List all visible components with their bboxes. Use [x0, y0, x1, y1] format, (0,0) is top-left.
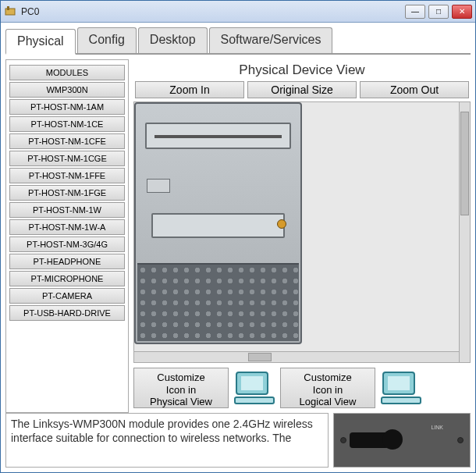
svg-rect-1: [7, 6, 9, 10]
svg-rect-4: [235, 397, 274, 404]
vent-grille-icon: [137, 263, 299, 341]
power-led-icon: [277, 219, 286, 229]
pc-tower-icon[interactable]: [134, 102, 302, 344]
module-item[interactable]: PT-HOST-NM-3G/4G: [9, 236, 125, 252]
tab-desktop[interactable]: Desktop: [138, 27, 208, 53]
module-item[interactable]: PT-HOST-NM-1W: [9, 202, 125, 218]
screw-hole-icon: [340, 437, 346, 443]
zoom-out-button[interactable]: Zoom Out: [360, 81, 469, 98]
tab-physical[interactable]: Physical: [5, 29, 76, 55]
horizontal-scrollbar[interactable]: [134, 351, 459, 362]
monitor-icon: [233, 369, 275, 407]
module-preview[interactable]: LINK: [333, 413, 471, 468]
antenna-connector-icon: [350, 432, 389, 448]
tab-software[interactable]: Software/Services: [209, 27, 333, 53]
module-item[interactable]: PT-HOST-NM-1CGE: [9, 151, 125, 166]
minimize-button[interactable]: —: [405, 5, 425, 19]
close-button[interactable]: ✕: [452, 5, 472, 19]
module-item[interactable]: PT-CAMERA: [9, 288, 125, 304]
modules-header[interactable]: MODULES: [9, 65, 125, 80]
device-canvas[interactable]: [134, 102, 459, 362]
tab-bar: Physical Config Desktop Software/Service…: [5, 27, 471, 55]
screw-hole-icon: [457, 437, 464, 443]
module-description[interactable]: The Linksys-WMP300N module provides one …: [5, 413, 329, 468]
window-title: PC0: [21, 6, 402, 17]
module-item[interactable]: PT-HOST-NM-1FGE: [9, 185, 125, 201]
vertical-scrollbar[interactable]: [459, 102, 470, 362]
module-item[interactable]: PT-HOST-NM-1AM: [9, 99, 125, 115]
module-item[interactable]: PT-HOST-NM-1CFE: [9, 133, 125, 149]
svg-rect-0: [5, 9, 15, 15]
tab-config[interactable]: Config: [77, 27, 137, 53]
optical-drive-icon: [145, 123, 291, 149]
customize-row: Customize Icon in Physical View Customiz…: [133, 363, 471, 413]
module-item[interactable]: PT-HOST-NM-1W-A: [9, 219, 125, 235]
client-area: Physical Config Desktop Software/Service…: [1, 23, 475, 472]
maximize-button[interactable]: □: [428, 5, 449, 19]
module-item[interactable]: PT-USB-HARD-DRIVE: [9, 305, 125, 321]
monitor-icon: [380, 369, 422, 407]
module-item[interactable]: PT-HOST-NM-1FFE: [9, 168, 125, 183]
module-item[interactable]: PT-MICROPHONE: [9, 271, 125, 286]
customize-logical-button[interactable]: Customize Icon in Logical View: [280, 368, 375, 408]
zoom-in-button[interactable]: Zoom In: [135, 81, 244, 98]
module-item[interactable]: WMP300N: [9, 82, 125, 98]
device-view: [133, 101, 471, 363]
svg-rect-7: [382, 397, 421, 404]
floppy-drive-icon: [151, 213, 285, 238]
link-label: LINK: [431, 425, 443, 430]
module-item[interactable]: PT-HEADPHONE: [9, 254, 125, 269]
right-column: Physical Device View Zoom In Original Si…: [133, 59, 471, 413]
module-item[interactable]: PT-HOST-NM-1CE: [9, 116, 125, 132]
app-window: PC0 — □ ✕ Physical Config Desktop Softwa…: [0, 0, 476, 473]
modules-panel: MODULES WMP300N PT-HOST-NM-1AM PT-HOST-N…: [5, 59, 129, 413]
customize-physical-button[interactable]: Customize Icon in Physical View: [133, 368, 229, 408]
badge-icon: [147, 179, 170, 193]
svg-rect-6: [388, 376, 410, 390]
view-title: Physical Device View: [133, 59, 471, 81]
main-area: MODULES WMP300N PT-HOST-NM-1AM PT-HOST-N…: [5, 59, 471, 413]
svg-rect-3: [241, 376, 263, 390]
original-size-button[interactable]: Original Size: [247, 81, 357, 98]
titlebar: PC0 — □ ✕: [1, 1, 475, 23]
app-icon: [4, 5, 16, 18]
bottom-row: The Linksys-WMP300N module provides one …: [5, 413, 471, 468]
zoom-controls: Zoom In Original Size Zoom Out: [133, 81, 471, 101]
